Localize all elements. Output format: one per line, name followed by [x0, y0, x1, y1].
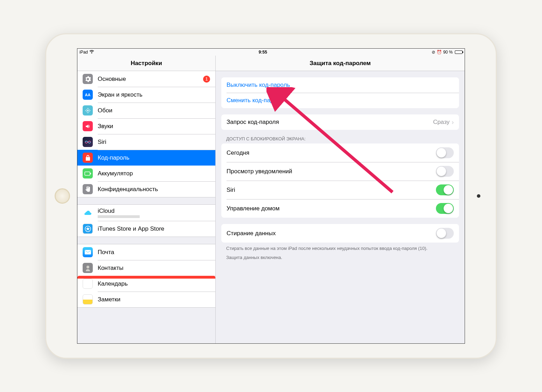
lock-siri-row[interactable]: Siri	[221, 181, 459, 199]
battery-icon	[455, 50, 463, 54]
sidebar-item-itunes[interactable]: iTunes Store и App Store	[77, 221, 215, 237]
front-camera	[477, 194, 480, 198]
sidebar-item-calendar[interactable]: Календарь	[77, 276, 215, 292]
screen: iPad 9:55 ⊘ ⏰ 90 % Настройки Защита код-…	[77, 48, 465, 344]
mail-icon	[83, 247, 93, 257]
battery-settings-icon	[83, 168, 93, 178]
sidebar-item-label: Заметки	[98, 296, 120, 303]
notification-badge: 1	[203, 76, 210, 83]
device-label: iPad	[79, 50, 88, 55]
sidebar-item-sounds[interactable]: Звуки	[77, 118, 215, 134]
status-bar: iPad 9:55 ⊘ ⏰ 90 %	[77, 49, 465, 56]
sidebar-item-label: Конфиденциальность	[98, 186, 158, 193]
sidebar-item-battery[interactable]: Аккумулятор	[77, 166, 215, 181]
battery-percentage: 90 %	[443, 50, 453, 55]
sidebar-item-label: Экран и яркость	[98, 91, 143, 98]
orientation-lock-icon: ⊘	[432, 50, 435, 55]
require-passcode-label: Запрос код-пароля	[227, 119, 279, 126]
gear-icon	[83, 74, 93, 84]
lock-screen-access-header: ДОСТУП С БЛОКИРОВКОЙ ЭКРАНА:	[226, 136, 454, 141]
sidebar-item-label: Календарь	[98, 280, 128, 287]
turn-off-passcode-button[interactable]: Выключить код-пароль	[221, 77, 459, 93]
icloud-account-placeholder	[98, 215, 140, 218]
wifi-icon	[89, 50, 94, 55]
siri-icon	[83, 137, 93, 147]
settings-title: Настройки	[77, 56, 216, 71]
sidebar-item-label: Контакты	[98, 265, 123, 272]
sidebar-item-label: Звуки	[98, 123, 113, 130]
sidebar-item-label: Почта	[98, 249, 114, 256]
data-protection-text: Защита данных включена.	[226, 254, 454, 261]
svg-point-10	[86, 266, 89, 268]
sidebar-item-wallpaper[interactable]: Обои	[77, 103, 215, 118]
detail-title: Защита код-паролем	[216, 56, 465, 71]
sidebar-item-display[interactable]: AA Экран и яркость	[77, 87, 215, 103]
siri-switch[interactable]	[436, 184, 454, 195]
lock-item-label: Siri	[227, 187, 235, 194]
lock-today-row[interactable]: Сегодня	[221, 144, 459, 162]
require-passcode-row[interactable]: Запрос код-пароля Сразу ›	[221, 114, 459, 130]
erase-footer-text: Стирать все данные на этом iPad после не…	[226, 245, 454, 252]
sidebar-item-label: Код-пароль	[98, 154, 130, 161]
sidebar-item-label: Основные	[98, 76, 126, 83]
notes-icon	[83, 294, 93, 304]
notifications-switch[interactable]	[436, 166, 454, 177]
sidebar-item-privacy[interactable]: Конфиденциальность	[77, 181, 215, 197]
svg-point-1	[87, 110, 89, 111]
contacts-icon	[83, 263, 93, 273]
lock-notifications-row[interactable]: Просмотр уведомлений	[221, 162, 459, 181]
home-control-switch[interactable]	[436, 203, 454, 214]
settings-sidebar[interactable]: Основные 1 AA Экран и яркость Обои	[77, 71, 216, 343]
chevron-right-icon: ›	[452, 119, 454, 126]
svg-rect-7	[90, 173, 91, 174]
require-passcode-value: Сразу	[433, 119, 450, 126]
today-switch[interactable]	[436, 147, 454, 158]
lock-item-label: Просмотр уведомлений	[227, 168, 292, 175]
sidebar-item-icloud[interactable]: iCloud	[77, 205, 215, 221]
detail-pane[interactable]: Выключить код-пароль Сменить код-пароль …	[216, 71, 465, 343]
alarm-icon: ⏰	[437, 50, 442, 55]
status-time: 9:55	[259, 50, 267, 55]
sidebar-item-general[interactable]: Основные 1	[77, 71, 215, 87]
sidebar-item-label: Аккумулятор	[98, 170, 133, 177]
lock-icon	[83, 153, 93, 163]
cloud-icon	[83, 208, 93, 218]
display-icon: AA	[83, 90, 93, 100]
sidebar-item-label: iTunes Store и App Store	[98, 225, 164, 232]
wallpaper-icon	[83, 105, 93, 115]
appstore-icon	[83, 224, 93, 234]
sidebar-item-label: Обои	[98, 107, 112, 114]
sidebar-item-passcode[interactable]: Код-пароль	[77, 150, 215, 166]
hand-icon	[83, 184, 93, 194]
erase-data-label: Стирание данных	[227, 230, 276, 237]
erase-data-switch[interactable]	[436, 228, 454, 239]
speaker-icon	[83, 121, 93, 131]
lock-home-row[interactable]: Управление домом	[221, 199, 459, 218]
sidebar-item-siri[interactable]: Siri	[77, 134, 215, 150]
sidebar-item-label: Siri	[98, 139, 106, 146]
change-passcode-button[interactable]: Сменить код-пароль	[221, 93, 459, 108]
lock-item-label: Сегодня	[227, 149, 249, 156]
home-button[interactable]	[55, 188, 70, 204]
calendar-icon	[83, 279, 93, 289]
sidebar-item-mail[interactable]: Почта	[77, 244, 215, 260]
lock-item-label: Управление домом	[227, 205, 279, 212]
erase-data-row[interactable]: Стирание данных	[221, 224, 459, 243]
sidebar-item-contacts[interactable]: Контакты	[77, 260, 215, 276]
ipad-device-frame: iPad 9:55 ⊘ ⏰ 90 % Настройки Защита код-…	[45, 33, 497, 359]
sidebar-item-label: iCloud	[98, 208, 140, 215]
sidebar-item-notes[interactable]: Заметки	[77, 292, 215, 307]
svg-rect-6	[85, 172, 90, 175]
nav-headers: Настройки Защита код-паролем	[77, 56, 465, 71]
